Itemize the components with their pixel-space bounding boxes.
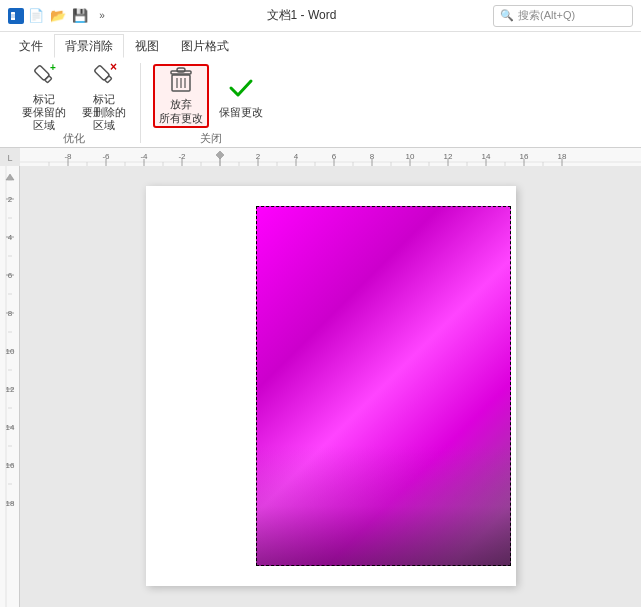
mark-delete-label: 标记要删除的区域 xyxy=(78,93,130,133)
mark-delete-icon: × xyxy=(88,59,120,91)
search-placeholder: 搜索(Alt+Q) xyxy=(518,8,575,23)
svg-text:12: 12 xyxy=(6,385,15,394)
svg-rect-4 xyxy=(45,75,52,82)
svg-rect-10 xyxy=(177,68,185,72)
window-title: 文档1 - Word xyxy=(110,7,493,24)
mark-keep-label: 标记要保留的区域 xyxy=(18,93,70,133)
svg-text:14: 14 xyxy=(6,423,15,432)
svg-text:+: + xyxy=(50,62,56,73)
svg-text:2: 2 xyxy=(8,195,13,204)
new-doc-icon[interactable]: 📄 xyxy=(28,8,44,24)
save-icon[interactable]: 💾 xyxy=(72,8,88,24)
svg-rect-0 xyxy=(11,12,15,20)
tab-picture-format[interactable]: 图片格式 xyxy=(170,34,240,58)
vertical-ruler: 2 4 6 8 10 12 14 16 18 xyxy=(0,166,20,607)
ruler-container: L -8 -6 -4 -2 2 4 xyxy=(0,148,641,166)
svg-text:6: 6 xyxy=(8,271,13,280)
search-box[interactable]: 🔍 搜索(Alt+Q) xyxy=(493,5,633,27)
svg-text:16: 16 xyxy=(6,461,15,470)
tab-background-remove[interactable]: 背景消除 xyxy=(54,34,124,58)
svg-text:10: 10 xyxy=(6,347,15,356)
mark-delete-button[interactable]: × 标记要删除的区域 xyxy=(76,64,132,128)
checkmark-icon xyxy=(225,72,257,104)
ribbon-tabs: 文件 背景消除 视图 图片格式 xyxy=(0,32,641,58)
discard-all-button[interactable]: 放弃所有更改 xyxy=(153,64,209,128)
trash-icon xyxy=(165,66,197,96)
title-bar-left: 📄 📂 💾 » xyxy=(8,8,110,24)
keep-changes-label: 保留更改 xyxy=(219,106,263,119)
ribbon-group-close: 放弃所有更改 保留更改 关闭 xyxy=(145,63,277,143)
svg-text:4: 4 xyxy=(8,233,13,242)
main-area: 2 4 6 8 10 12 14 16 18 xyxy=(0,166,641,607)
open-icon[interactable]: 📂 xyxy=(50,8,66,24)
app-icon xyxy=(8,8,24,24)
mark-keep-icon: + xyxy=(28,59,60,91)
search-icon: 🔍 xyxy=(500,9,514,22)
keep-changes-button[interactable]: 保留更改 xyxy=(213,64,269,128)
mark-keep-button[interactable]: + 标记要保留的区域 xyxy=(16,64,72,128)
optimize-group-label: 优化 xyxy=(63,129,85,143)
more-icon[interactable]: » xyxy=(94,8,110,24)
discard-all-label: 放弃所有更改 xyxy=(159,98,203,124)
tab-view[interactable]: 视图 xyxy=(124,34,170,58)
svg-text:8: 8 xyxy=(8,309,13,318)
title-bar: 📄 📂 💾 » 文档1 - Word 🔍 搜索(Alt+Q) xyxy=(0,0,641,32)
document-page xyxy=(146,186,516,586)
document-area[interactable] xyxy=(20,166,641,607)
svg-text:L: L xyxy=(7,153,12,163)
close-items: 放弃所有更改 保留更改 xyxy=(153,63,269,129)
ribbon-content: + 标记要保留的区域 × 标记要删除的区域 xyxy=(0,58,641,148)
horizontal-ruler: -8 -6 -4 -2 2 4 6 8 10 12 14 xyxy=(20,148,641,166)
optimize-items: + 标记要保留的区域 × 标记要删除的区域 xyxy=(16,63,132,129)
ribbon-group-optimize: + 标记要保留的区域 × 标记要删除的区域 xyxy=(8,63,141,143)
svg-text:18: 18 xyxy=(6,499,15,508)
quick-access-toolbar: 📄 📂 💾 » xyxy=(28,8,110,24)
close-group-label: 关闭 xyxy=(200,129,222,143)
ruler-corner: L xyxy=(0,148,20,166)
svg-rect-7 xyxy=(105,75,112,82)
svg-rect-17 xyxy=(20,148,641,166)
page-image[interactable] xyxy=(256,206,511,566)
tab-file[interactable]: 文件 xyxy=(8,34,54,58)
svg-text:×: × xyxy=(110,60,117,74)
title-bar-right: 🔍 搜索(Alt+Q) xyxy=(493,5,633,27)
